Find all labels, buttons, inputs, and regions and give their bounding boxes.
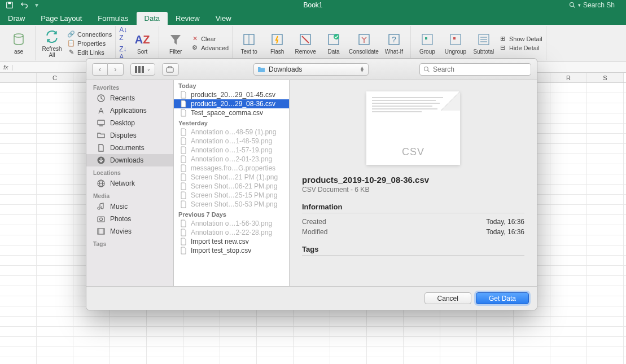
file-label: Screen Shot…50-53 PM.png (191, 200, 277, 208)
cancel-button[interactable]: Cancel (424, 292, 471, 304)
sheet-row[interactable] (0, 317, 626, 327)
file-item[interactable]: products_20…29_01-45.csv (174, 90, 289, 99)
redo-icon[interactable]: ▾ (35, 1, 38, 9)
path-label: Downloads (269, 65, 302, 73)
sheet-row[interactable] (0, 347, 626, 357)
clear-button[interactable]: ✕Clear (191, 35, 229, 43)
show-detail-button[interactable]: ⊞Show Detail (499, 35, 542, 43)
modified-label: Modified (302, 228, 327, 236)
file-item[interactable]: Test_space_comma.csv (174, 108, 289, 117)
file-item[interactable]: Import test new.csv (174, 237, 289, 246)
tab-data[interactable]: Data (137, 12, 168, 25)
sidebar-tags-header: Tags (86, 238, 173, 248)
advanced-button[interactable]: ⚙Advanced (191, 44, 229, 52)
sort-button[interactable]: AZSort (129, 32, 155, 55)
tab-draw[interactable]: Draw (0, 12, 33, 25)
file-item[interactable]: Screen Shot…25-15 PM.png (174, 191, 289, 200)
sidebar-item-downloads[interactable]: Downloads (86, 154, 173, 166)
sidebar-item-network[interactable]: Network (86, 177, 173, 190)
tab-page-layout[interactable]: Page Layout (33, 12, 90, 25)
tab-review[interactable]: Review (168, 12, 208, 25)
sidebar-item-documents[interactable]: Documents (86, 142, 173, 154)
file-item[interactable]: Screen Shot…50-53 PM.png (174, 200, 289, 209)
ribbon-tabs: Draw Page Layout Formulas Data Review Vi… (0, 10, 626, 25)
sidebar-item-desktop[interactable]: Desktop (86, 117, 173, 129)
sidebar-item-label: Applications (110, 107, 147, 115)
hide-detail-button[interactable]: ⊟Hide Detail (499, 44, 542, 52)
created-value: Today, 16:36 (486, 218, 524, 226)
file-item[interactable]: Annotation o…1-57-19.png (174, 146, 289, 155)
action-menu-button[interactable] (162, 63, 179, 76)
svg-text:?: ? (392, 35, 396, 44)
file-item[interactable]: Annotation o…2-01-23.png (174, 155, 289, 164)
sidebar-item-label: Documents (110, 144, 145, 152)
edit-links-button[interactable]: ✎Edit Links (67, 49, 112, 56)
file-icon (180, 182, 187, 190)
svg-rect-23 (135, 66, 137, 73)
connections-button[interactable]: 🔗Connections (67, 30, 112, 38)
consolidate-button[interactable]: Consolidate (349, 32, 379, 55)
view-mode-button[interactable]: ⌄ (130, 63, 155, 76)
ungroup-button[interactable]: Ungroup (443, 32, 469, 55)
file-item[interactable]: Annotation o…1-56-30.png (174, 219, 289, 228)
search-icon[interactable] (569, 2, 576, 8)
file-item[interactable]: Screen Shot…21 PM (1).png (174, 173, 289, 182)
file-item[interactable]: messages.fro…G.properties (174, 164, 289, 173)
data-validation-button[interactable]: Data (321, 32, 347, 55)
doc-icon (97, 143, 106, 152)
search-icon (423, 66, 430, 73)
ribbon-toolbar: ase Refresh All 🔗Connections 📋Properties… (0, 25, 626, 62)
titlebar-search-input[interactable] (583, 1, 623, 9)
sidebar-item-recents[interactable]: Recents (86, 92, 173, 104)
text-to-columns-button[interactable]: Text to (236, 32, 262, 55)
sidebar-item-photos[interactable]: Photos (86, 213, 173, 225)
properties-button[interactable]: 📋Properties (67, 40, 112, 47)
sidebar-item-movies[interactable]: Movies (86, 225, 173, 238)
nav-back-button[interactable]: ‹ (92, 63, 108, 76)
undo-icon[interactable] (20, 1, 28, 9)
subtotal-button[interactable]: Subtotal (471, 32, 497, 55)
sort-asc-icon[interactable]: A↓Z (119, 26, 127, 42)
svg-point-4 (14, 34, 23, 37)
file-preview: CSV products_2019-10-29_08-36.csv CSV Do… (290, 80, 537, 286)
tab-view[interactable]: View (208, 12, 239, 25)
flash-fill-button[interactable]: Flash (264, 32, 290, 55)
file-item[interactable]: products_20…29_08-36.csv (174, 99, 289, 108)
file-label: products_20…29_01-45.csv (191, 91, 275, 99)
group-button[interactable]: Group (414, 32, 440, 55)
svg-point-38 (100, 218, 103, 221)
file-item[interactable]: Screen Shot…06-21 PM.png (174, 182, 289, 191)
save-icon[interactable] (6, 1, 14, 9)
what-if-button[interactable]: ?What-If (381, 32, 407, 55)
filter-button[interactable]: Filter (163, 32, 189, 55)
document-title: Book1 (303, 1, 322, 9)
desktop-icon (97, 119, 106, 128)
file-icon (180, 100, 187, 108)
sheet-row[interactable] (0, 357, 626, 364)
sidebar-item-applications[interactable]: AApplications (86, 104, 173, 117)
database-button[interactable]: ase (6, 32, 32, 55)
file-item[interactable]: Annotation o…48-59 (1).png (174, 128, 289, 137)
refresh-all-button[interactable]: Refresh All (39, 29, 65, 58)
remove-duplicates-button[interactable]: Remove (292, 32, 318, 55)
download-icon (97, 156, 106, 165)
path-dropdown[interactable]: Downloads ▲▼ (253, 63, 369, 76)
sheet-row[interactable] (0, 327, 626, 337)
file-item[interactable]: Import test_stop.csv (174, 246, 289, 255)
get-data-button[interactable]: Get Data (476, 292, 529, 304)
file-item[interactable]: Annotation o…1-48-59.png (174, 137, 289, 146)
sheet-row[interactable] (0, 337, 626, 347)
file-label: Screen Shot…06-21 PM.png (191, 182, 277, 190)
sidebar-item-music[interactable]: Music (86, 200, 173, 213)
finder-search[interactable] (419, 63, 531, 76)
column-header[interactable]: C (37, 73, 73, 82)
fx-label: fx (3, 64, 8, 71)
finder-search-input[interactable] (433, 65, 527, 73)
nav-forward-button[interactable]: › (108, 63, 124, 76)
column-header[interactable] (0, 73, 37, 82)
file-item[interactable]: Annotation o…2-22-28.png (174, 228, 289, 237)
sidebar-item-disputes[interactable]: Disputes (86, 129, 173, 142)
tab-formulas[interactable]: Formulas (90, 12, 136, 25)
column-header[interactable]: S (587, 73, 624, 82)
column-header[interactable]: R (550, 73, 587, 82)
